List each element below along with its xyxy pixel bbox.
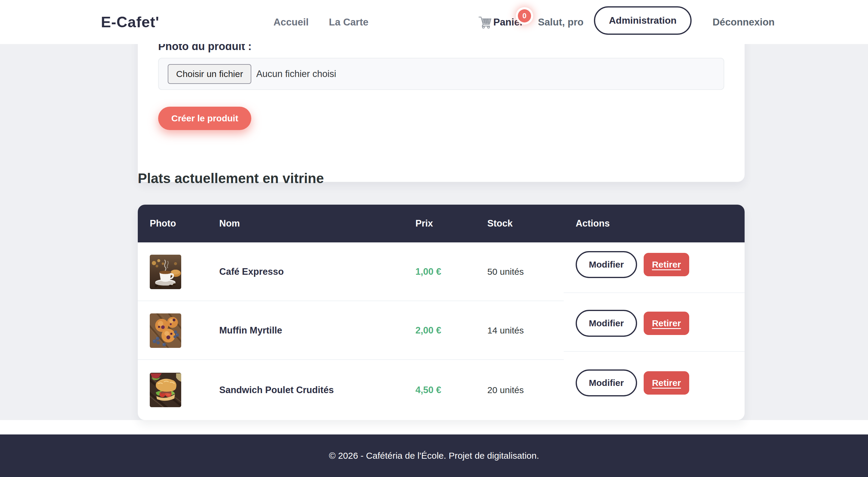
cart-button[interactable]: Panier 0 bbox=[478, 16, 524, 28]
brand-logo[interactable]: E-Cafet' bbox=[101, 13, 159, 31]
remove-button[interactable]: Retirer bbox=[644, 371, 689, 395]
product-price: 1,00 € bbox=[415, 266, 487, 277]
table-header-row: Photo Nom Prix Stock Actions bbox=[138, 205, 745, 242]
column-header-photo: Photo bbox=[150, 218, 219, 229]
column-header-actions: Actions bbox=[576, 218, 745, 229]
table-row: Sandwich Poulet Crudités 4,50 € 20 unité… bbox=[138, 360, 745, 420]
file-chosen-status: Aucun fichier choisi bbox=[256, 69, 336, 80]
modify-button[interactable]: Modifier bbox=[576, 310, 637, 337]
modify-button[interactable]: Modifier bbox=[576, 251, 637, 278]
top-navbar: E-Cafet' Accueil La Carte Panier 0 Salut… bbox=[0, 0, 868, 44]
product-name: Muffin Myrtille bbox=[219, 325, 415, 336]
table-row: Muffin Myrtille 2,00 € 14 unités Modifie… bbox=[138, 301, 745, 360]
administration-button[interactable]: Administration bbox=[594, 6, 691, 35]
product-name: Sandwich Poulet Crudités bbox=[219, 385, 415, 395]
logout-link[interactable]: Déconnexion bbox=[713, 17, 775, 28]
table-row: Café Expresso 1,00 € 50 unités Modifier … bbox=[138, 242, 745, 301]
product-photo-coffee bbox=[150, 255, 181, 289]
cart-count-badge: 0 bbox=[518, 9, 531, 23]
product-price: 2,00 € bbox=[415, 325, 487, 336]
column-header-stock: Stock bbox=[487, 218, 576, 229]
nav-link-accueil[interactable]: Accueil bbox=[274, 17, 309, 28]
column-header-prix: Prix bbox=[415, 218, 487, 229]
admin-page-body: Photo du produit : Choisir un fichier Au… bbox=[0, 44, 868, 420]
product-stock: 50 unités bbox=[487, 267, 576, 277]
showcase-section-title: Plats actuellement en vitrine bbox=[138, 170, 324, 187]
user-greeting: Salut, pro bbox=[538, 17, 584, 28]
actions-divider bbox=[564, 351, 745, 352]
remove-button[interactable]: Retirer bbox=[644, 311, 689, 335]
product-photo-muffin bbox=[150, 314, 181, 348]
choose-file-button[interactable]: Choisir un fichier bbox=[168, 64, 251, 84]
modify-button[interactable]: Modifier bbox=[576, 369, 637, 396]
product-photo-sandwich bbox=[150, 373, 181, 407]
file-input-wrapper: Choisir un fichier Aucun fichier choisi bbox=[158, 58, 724, 90]
remove-button[interactable]: Retirer bbox=[644, 253, 689, 276]
page-footer: © 2026 - Cafétéria de l'École. Projet de… bbox=[0, 435, 868, 477]
product-stock: 14 unités bbox=[487, 325, 576, 335]
copyright-text: © 2026 - Cafétéria de l'École. Projet de… bbox=[329, 451, 539, 461]
create-product-button[interactable]: Créer le produit bbox=[158, 107, 251, 130]
product-stock: 20 unités bbox=[487, 385, 576, 395]
actions-divider bbox=[564, 292, 745, 293]
product-name: Café Expresso bbox=[219, 266, 415, 277]
nav-link-la-carte[interactable]: La Carte bbox=[329, 17, 368, 28]
product-price: 4,50 € bbox=[415, 385, 487, 395]
column-header-nom: Nom bbox=[219, 218, 415, 229]
products-table: Photo Nom Prix Stock Actions bbox=[138, 205, 745, 420]
shopping-cart-icon bbox=[478, 16, 492, 28]
